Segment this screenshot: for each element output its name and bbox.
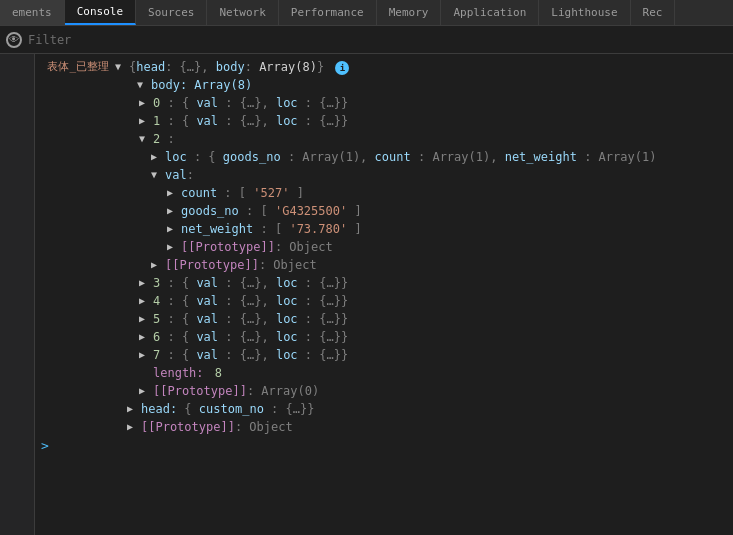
- item-2-loc-line: loc : { goods_no : Array(1), count : Arr…: [35, 148, 733, 166]
- item-7-line: 7 : { val : {…}, loc : {…}}: [35, 346, 733, 364]
- tab-performance[interactable]: Performance: [279, 0, 377, 25]
- item-1-line: 1 : { val : {…}, loc : {…}}: [35, 112, 733, 130]
- item-3-line: 3 : { val : {…}, loc : {…}}: [35, 274, 733, 292]
- tab-memory[interactable]: Memory: [377, 0, 442, 25]
- item-5-line: 5 : { val : {…}, loc : {…}}: [35, 310, 733, 328]
- tabs-bar: ements Console Sources Network Performan…: [0, 0, 733, 26]
- item-5-arrow[interactable]: [139, 310, 151, 322]
- proto-item2-line: [[Prototype]] : Object: [35, 256, 733, 274]
- item-2-line: 2 :: [35, 130, 733, 148]
- item-2-val-arrow[interactable]: [151, 166, 163, 178]
- item-7-arrow[interactable]: [139, 346, 151, 358]
- info-badge[interactable]: i: [335, 61, 349, 75]
- prompt-symbol: >: [41, 438, 49, 453]
- item-2-count-arrow[interactable]: [167, 184, 179, 196]
- root-arrow[interactable]: [115, 58, 127, 70]
- item-6-arrow[interactable]: [139, 328, 151, 340]
- item-2-netweight-arrow[interactable]: [167, 220, 179, 232]
- tab-sources[interactable]: Sources: [136, 0, 207, 25]
- head-arrow[interactable]: [127, 400, 139, 412]
- item-2-loc-arrow[interactable]: [151, 148, 163, 160]
- proto-array-line: [[Prototype]] : Array(0): [35, 382, 733, 400]
- item-0-line: 0 : { val : {…}, loc : {…}}: [35, 94, 733, 112]
- source-label: 表体_已整理: [35, 58, 115, 76]
- tab-console[interactable]: Console: [65, 0, 136, 25]
- prompt-line[interactable]: >: [35, 436, 733, 455]
- item-2-arrow[interactable]: [139, 130, 151, 142]
- filter-input[interactable]: [28, 33, 727, 47]
- proto-inner-arrow[interactable]: [167, 238, 179, 250]
- tab-rec[interactable]: Rec: [631, 0, 676, 25]
- proto-item2-arrow[interactable]: [151, 256, 163, 268]
- item-4-line: 4 : { val : {…}, loc : {…}}: [35, 292, 733, 310]
- tab-lighthouse[interactable]: Lighthouse: [539, 0, 630, 25]
- console-output: 表体_已整理 {head: {…}, body: Array(8)} i bod…: [35, 54, 733, 535]
- left-sidebar: [0, 54, 35, 535]
- tab-elements[interactable]: ements: [0, 0, 65, 25]
- head-line: head: { custom_no : {…}}: [35, 400, 733, 418]
- sidebar-hint: [0, 58, 34, 70]
- proto-array-arrow[interactable]: [139, 382, 151, 394]
- eye-icon[interactable]: 👁: [6, 32, 22, 48]
- item-1-arrow[interactable]: [139, 112, 151, 124]
- proto-root-line: [[Prototype]] : Object: [35, 418, 733, 436]
- filter-bar: 👁: [0, 26, 733, 54]
- item-2-goodsno-arrow[interactable]: [167, 202, 179, 214]
- proto-inner-line: [[Prototype]] : Object: [35, 238, 733, 256]
- tab-network[interactable]: Network: [207, 0, 278, 25]
- log-root-line: 表体_已整理 {head: {…}, body: Array(8)} i: [35, 58, 733, 76]
- item-2-goodsno-line: goods_no : [ 'G4325500' ]: [35, 202, 733, 220]
- tab-application[interactable]: Application: [441, 0, 539, 25]
- body-line: body: Array(8): [35, 76, 733, 94]
- item-0-arrow[interactable]: [139, 94, 151, 106]
- length-line: length: 8: [35, 364, 733, 382]
- item-2-val-line: val :: [35, 166, 733, 184]
- item-2-netweight-line: net_weight : [ '73.780' ]: [35, 220, 733, 238]
- item-4-arrow[interactable]: [139, 292, 151, 304]
- proto-root-arrow[interactable]: [127, 418, 139, 430]
- item-2-count-line: count : [ '527' ]: [35, 184, 733, 202]
- body-arrow[interactable]: [137, 76, 149, 88]
- item-6-line: 6 : { val : {…}, loc : {…}}: [35, 328, 733, 346]
- item-3-arrow[interactable]: [139, 274, 151, 286]
- console-content: 表体_已整理 {head: {…}, body: Array(8)} i bod…: [0, 54, 733, 535]
